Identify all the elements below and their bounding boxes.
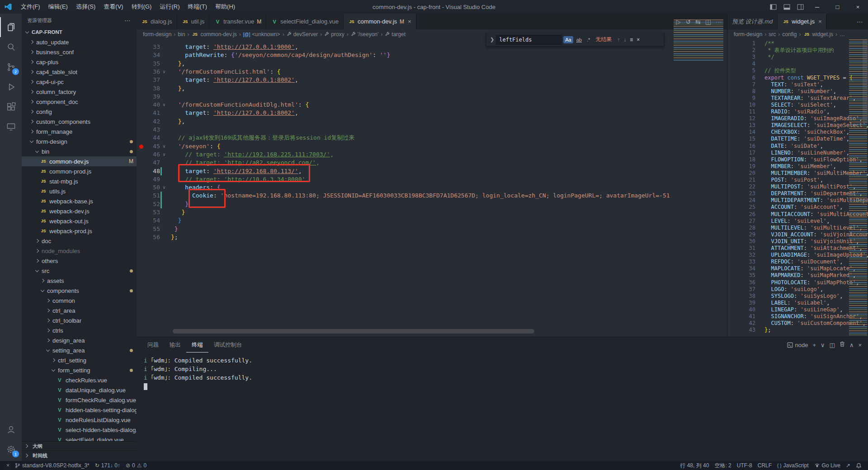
tree-item-formCheckRule_dialog.vue[interactable]: VformCheckRule_dialog.vue	[22, 395, 137, 405]
explorer-icon[interactable]	[0, 17, 22, 37]
panel-tab-调试控制台[interactable]: 调试控制台	[208, 337, 248, 352]
terminal-dropdown-icon[interactable]: ∨	[821, 342, 825, 348]
find-close-icon[interactable]: ×	[635, 37, 642, 43]
breadcrumb-item[interactable]: JSwidget.js	[803, 31, 833, 38]
encoding-item[interactable]: UTF-8	[734, 461, 755, 470]
tree-item-cap4_table_slot[interactable]: cap4_table_slot	[22, 67, 137, 77]
breadcrumb-item[interactable]: form-design	[734, 31, 762, 38]
breadcrumb-item[interactable]: [@]<unknown>	[243, 31, 280, 38]
new-terminal-icon[interactable]: +	[812, 342, 816, 348]
tree-item-business_conf[interactable]: business_conf	[22, 47, 137, 57]
notifications-bell-icon[interactable]	[853, 461, 864, 470]
find-next-icon[interactable]: ↓	[622, 37, 628, 43]
tree-item-ctrls[interactable]: ctrls	[22, 325, 137, 335]
panel-tab-终端[interactable]: 终端	[186, 337, 208, 352]
go-live-item[interactable]: Go Live	[811, 461, 843, 470]
menu-编辑(E)[interactable]: 编辑(E)	[44, 0, 72, 14]
extensions-icon[interactable]	[0, 97, 22, 117]
breadcrumb-item[interactable]: '/seeyon'	[351, 31, 379, 38]
toggle-panel-icon[interactable]	[780, 0, 793, 14]
eol-item[interactable]: CRLF	[755, 461, 774, 470]
tab-widget.js[interactable]: JSwidget.js×	[778, 14, 826, 29]
breadcrumb-item[interactable]: src	[769, 31, 776, 38]
close-button[interactable]: ×	[848, 0, 868, 14]
section-大纲[interactable]: 大纲	[22, 441, 137, 451]
menu-帮助(H)[interactable]: 帮助(H)	[211, 0, 239, 14]
tree-item-stat-mbg.js[interactable]: JSstat-mbg.js	[22, 176, 137, 186]
find-collapse-icon[interactable]: ❯	[488, 37, 496, 42]
breadcrumb-side[interactable]: form-design›src›config›JSwidget.js›…	[727, 29, 868, 39]
explorer-more-actions-icon[interactable]: ⋯	[124, 17, 131, 24]
tab-selectField_dialog.vue[interactable]: VselectField_dialog.vue	[266, 14, 344, 29]
tree-item-cap-plus[interactable]: cap-plus	[22, 57, 137, 67]
menu-查看(V)[interactable]: 查看(V)	[99, 0, 127, 14]
panel-tab-输出[interactable]: 输出	[164, 337, 186, 352]
breakpoint-icon[interactable]	[139, 145, 143, 149]
breadcrumb-item[interactable]: …	[840, 31, 845, 38]
tree-item-setting_area[interactable]: setting_area	[22, 345, 137, 355]
tree-item-others[interactable]: others	[22, 256, 137, 266]
close-tab-icon[interactable]: ×	[408, 18, 411, 25]
menu-选择(S)[interactable]: 选择(S)	[72, 0, 99, 14]
menu-文件(F)[interactable]: 文件(F)	[17, 0, 44, 14]
close-panel-icon[interactable]: ×	[858, 342, 862, 348]
find-prev-icon[interactable]: ↑	[615, 37, 622, 43]
horizontal-scrollbar[interactable]	[173, 329, 534, 334]
tab-预览 设计器.md[interactable]: 预览 设计器.md	[727, 14, 778, 29]
accounts-icon[interactable]	[0, 419, 22, 439]
minimap[interactable]	[674, 19, 723, 61]
tree-item-common[interactable]: common	[22, 296, 137, 306]
split-terminal-icon[interactable]: ◫	[830, 342, 835, 348]
vertical-scrollbar-side[interactable]	[863, 39, 868, 123]
tree-item-common-dev.js[interactable]: JScommon-dev.jsM	[22, 156, 137, 166]
tree-item-common-prod.js[interactable]: JScommon-prod.js	[22, 166, 137, 176]
customize-layout-icon[interactable]	[793, 0, 807, 14]
fold-chevron-icon[interactable]: ∨	[163, 101, 165, 109]
git-branch-item[interactable]: standard-V8.0SP2-hotfix_3*	[12, 461, 92, 470]
editor-action-icon[interactable]: ⋯	[855, 18, 864, 25]
launch-icon[interactable]: ↗	[843, 461, 853, 470]
tree-item-form_manage[interactable]: form_manage	[22, 127, 137, 136]
tree-item-doc[interactable]: doc	[22, 236, 137, 246]
search-icon[interactable]	[0, 37, 22, 57]
regex-toggle[interactable]: .*	[585, 36, 592, 43]
breadcrumb-item[interactable]: bin	[178, 31, 185, 38]
breadcrumb-item[interactable]: devServer	[287, 31, 318, 38]
tree-item-dataUnique_dialog.vue[interactable]: VdataUnique_dialog.vue	[22, 385, 137, 395]
maximize-button[interactable]: □	[827, 0, 848, 14]
git-sync-item[interactable]: ↻ 171↓ 0↑	[92, 461, 123, 470]
tab-util.js[interactable]: JSutil.js	[177, 14, 210, 29]
breadcrumb-item[interactable]: JScommon-dev.js	[191, 31, 236, 38]
tree-item-node_modules[interactable]: node_modules	[22, 246, 137, 256]
menu-运行(R)[interactable]: 运行(R)	[156, 0, 184, 14]
tree-item-nodeRulesListDialog.vue[interactable]: VnodeRulesListDialog.vue	[22, 415, 137, 425]
code-editor-side[interactable]: 1/**2 * 表单设计器项目中用到的3 */45// 控件类型6export …	[727, 39, 868, 337]
maximize-panel-icon[interactable]: ∧	[849, 342, 854, 348]
tree-item-webpack-prod.js[interactable]: JSwebpack-prod.js	[22, 226, 137, 236]
settings-gear-icon[interactable]: 1	[0, 439, 22, 459]
tree-item-webpack-dev.js[interactable]: JSwebpack-dev.js	[22, 206, 137, 216]
fold-chevron-icon[interactable]: ∨	[163, 68, 165, 76]
find-input[interactable]: leftFields	[496, 35, 562, 45]
close-tab-icon[interactable]: ×	[818, 18, 822, 25]
breadcrumb-item[interactable]: form-design	[143, 31, 171, 38]
remote-explorer-icon[interactable]	[0, 117, 22, 136]
tree-item-auto_update[interactable]: auto_update	[22, 37, 137, 47]
tree-item-ctrl_area[interactable]: ctrl_area	[22, 306, 137, 315]
tree-item-webpack-base.js[interactable]: JSwebpack-base.js	[22, 196, 137, 206]
tree-item-ctrl_setting[interactable]: ctrl_setting	[22, 355, 137, 365]
tab-common-dev.js[interactable]: JScommon-dev.jsM×	[344, 14, 416, 29]
tree-item-design_area[interactable]: design_area	[22, 335, 137, 345]
whole-word-toggle[interactable]: ab	[575, 36, 584, 43]
terminal-output[interactable]: i ｢wdm｣: Compiled successfully.i ｢wdm｣: …	[137, 352, 868, 392]
tree-item-ctrl_toolbar[interactable]: ctrl_toolbar	[22, 315, 137, 325]
fold-chevron-icon[interactable]: ∨	[163, 142, 165, 150]
run-debug-icon[interactable]	[0, 77, 22, 97]
tree-item-assets[interactable]: assets	[22, 276, 137, 286]
fold-chevron-icon[interactable]: ∨	[163, 150, 165, 159]
tree-root[interactable]: CAP-FRONT	[22, 27, 137, 37]
tree-item-checkRules.vue[interactable]: VcheckRules.vue	[22, 375, 137, 385]
tree-item-bin[interactable]: bin	[22, 146, 137, 156]
tree-item-component_doc[interactable]: component_doc	[22, 97, 137, 107]
match-case-toggle[interactable]: Aa	[563, 36, 573, 43]
